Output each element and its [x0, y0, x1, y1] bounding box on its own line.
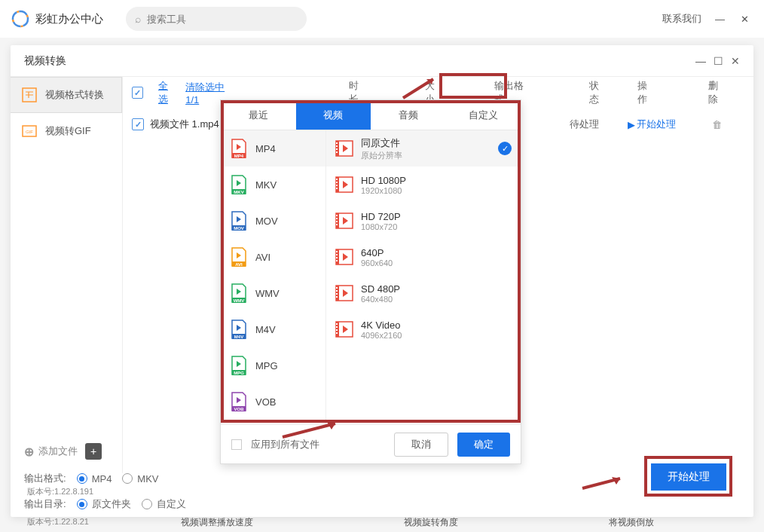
apply-all-checkbox[interactable]: [231, 439, 242, 450]
custom-dir-label: 自定义: [157, 497, 186, 511]
select-all-label[interactable]: 全选: [158, 79, 176, 106]
format-item-m4v[interactable]: M4V M4V: [221, 311, 325, 347]
version-label-1: 版本号:1.22.8.191: [27, 486, 93, 497]
convert-icon: [21, 87, 38, 103]
file-icon: AVI: [230, 246, 248, 268]
file-icon: MPG: [230, 355, 248, 376]
resolution-item-0[interactable]: 同原文件 原始分辨率 ✓: [326, 130, 521, 167]
format-label: MOV: [255, 216, 278, 227]
svg-text:AVI: AVI: [235, 262, 243, 267]
format-item-vob[interactable]: VOB VOB: [221, 384, 325, 420]
resolution-sub: 1920x1080: [361, 186, 512, 195]
format-item-avi[interactable]: AVI AVI: [221, 239, 325, 275]
modal-close-icon[interactable]: ✕: [731, 55, 740, 67]
search-box[interactable]: ⌕: [126, 7, 307, 31]
svg-rect-50: [336, 296, 338, 298]
radio-mkv[interactable]: [122, 473, 133, 484]
radio-custom-dir[interactable]: [142, 499, 152, 509]
plus-icon: ⊕: [24, 445, 34, 459]
svg-rect-44: [336, 260, 338, 261]
original-dir-label: 原文件夹: [92, 497, 131, 511]
svg-rect-42: [336, 254, 338, 255]
file-start-link[interactable]: ▶ 开始处理: [628, 118, 676, 131]
format-label: VOB: [255, 396, 276, 408]
format-item-wmv[interactable]: WMV WMV: [221, 275, 325, 311]
mkv-label: MKV: [137, 473, 158, 485]
sidebar-item-format-convert[interactable]: 视频格式转换: [11, 77, 122, 113]
add-file-button[interactable]: ⊕ 添加文件: [24, 445, 78, 459]
format-tab-custom[interactable]: 自定义: [446, 100, 521, 130]
format-label: WMV: [255, 288, 280, 299]
format-item-mpg[interactable]: MPG MPG: [221, 347, 325, 384]
file-delete-icon[interactable]: 🗑: [712, 119, 722, 130]
output-dir-row: 输出目录: 原文件夹 自定义: [11, 491, 753, 517]
col-delete: 删除: [708, 79, 726, 106]
resolution-title: HD 720P: [361, 211, 512, 222]
modal-minimize-icon[interactable]: —: [695, 55, 706, 67]
resolution-title: 同原文件: [361, 136, 490, 150]
minimize-icon[interactable]: —: [715, 14, 727, 25]
svg-rect-24: [336, 145, 338, 147]
start-processing-button[interactable]: 开始处理: [651, 463, 726, 491]
format-item-mov[interactable]: MOV MOV: [221, 203, 325, 239]
play-icon: [335, 176, 353, 193]
upload-button[interactable]: +: [85, 443, 102, 460]
close-icon[interactable]: ✕: [741, 14, 753, 25]
file-icon: VOB: [230, 391, 248, 412]
feature-rotate: 视频旋转角度: [404, 516, 458, 529]
svg-rect-23: [336, 142, 338, 144]
resolution-item-4[interactable]: SD 480P 640x480: [326, 275, 521, 311]
contact-link[interactable]: 联系我们: [662, 12, 701, 26]
resolution-item-1[interactable]: HD 1080P 1920x1080: [326, 167, 521, 203]
select-all-checkbox[interactable]: ✓: [132, 87, 143, 99]
file-status: 待处理: [570, 118, 599, 131]
app-title: 彩虹办公中心: [35, 12, 103, 26]
format-tab-recent[interactable]: 最近: [221, 100, 296, 130]
resolution-title: HD 1080P: [361, 175, 512, 186]
file-icon: MKV: [230, 174, 248, 195]
resolution-sub: 4096x2160: [361, 331, 512, 340]
resolution-list: 同原文件 原始分辨率 ✓ HD 1080P 1920x1080 HD 720P …: [326, 130, 521, 424]
svg-text:WMV: WMV: [234, 298, 245, 303]
format-item-mkv[interactable]: MKV MKV: [221, 167, 325, 203]
svg-text:VOB: VOB: [234, 407, 244, 411]
file-checkbox[interactable]: ✓: [132, 118, 144, 130]
ok-button[interactable]: 确定: [457, 433, 510, 457]
play-icon: [335, 140, 353, 157]
sidebar-item-video-gif[interactable]: GIF 视频转GIF: [11, 113, 122, 149]
format-item-mp4[interactable]: MP4 MP4: [221, 130, 325, 167]
resolution-item-2[interactable]: HD 720P 1080x720: [326, 203, 521, 239]
format-tab-video[interactable]: 视频: [296, 100, 371, 130]
modal-window-controls: — ☐ ✕: [695, 55, 740, 67]
svg-point-0: [13, 11, 28, 26]
svg-rect-25: [336, 148, 338, 150]
output-format-label: 输出格式:: [24, 472, 66, 485]
svg-rect-30: [336, 182, 338, 183]
feature-speed: 视频调整播放速度: [181, 516, 253, 529]
file-icon: M4V: [230, 319, 248, 340]
resolution-title: 4K Video: [361, 320, 512, 331]
resolution-item-5[interactable]: 4K Video 4096x2160: [326, 311, 521, 347]
svg-rect-35: [336, 215, 338, 216]
modal-maximize-icon[interactable]: ☐: [714, 55, 723, 67]
resolution-item-3[interactable]: 640P 960x640: [326, 239, 521, 275]
radio-mp4[interactable]: [77, 473, 87, 484]
resolution-sub: 原始分辨率: [361, 150, 490, 161]
svg-text:MP4: MP4: [234, 154, 244, 158]
format-list: MP4 MP4 MKV MKV MOV MOV AVI AVI WMV W: [221, 130, 326, 424]
svg-rect-49: [336, 293, 338, 295]
svg-rect-29: [336, 179, 338, 180]
svg-rect-37: [336, 221, 338, 222]
svg-rect-53: [336, 323, 338, 325]
radio-original-dir[interactable]: [77, 499, 87, 509]
gif-icon: GIF: [21, 123, 38, 139]
format-tabs: 最近 视频 音频 自定义: [221, 100, 521, 130]
svg-text:MPG: MPG: [234, 371, 244, 375]
format-tab-audio[interactable]: 音频: [371, 100, 446, 130]
col-status: 状态: [589, 79, 607, 106]
svg-rect-38: [336, 224, 338, 225]
output-dir-label: 输出目录:: [24, 497, 66, 511]
cancel-button[interactable]: 取消: [394, 433, 448, 457]
search-input[interactable]: [147, 14, 298, 25]
svg-text:MOV: MOV: [234, 226, 244, 231]
